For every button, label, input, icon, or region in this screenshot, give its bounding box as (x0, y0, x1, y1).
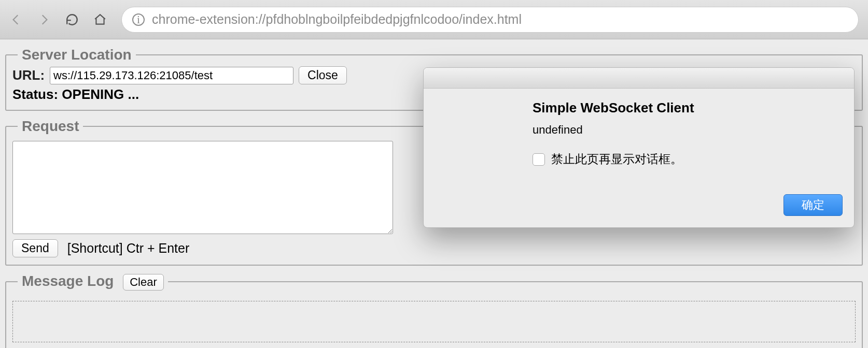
back-icon[interactable] (9, 13, 23, 26)
send-button[interactable]: Send (12, 239, 58, 257)
forward-icon[interactable] (37, 13, 51, 26)
reload-icon[interactable] (65, 13, 79, 26)
dialog-message: undefined (533, 123, 836, 137)
address-bar[interactable]: i chrome-extension://pfdhoblngboilpfeibd… (121, 7, 859, 33)
checkbox-icon[interactable] (533, 153, 545, 166)
request-legend: Request (18, 118, 83, 135)
address-bar-url: chrome-extension://pfdhoblngboilpfeibded… (152, 12, 522, 27)
dialog-title: Simple WebSocket Client (533, 100, 836, 116)
status-value: OPENING ... (62, 86, 139, 102)
message-log-fieldset: Message Log Clear (5, 273, 863, 348)
request-body-textarea[interactable] (12, 141, 393, 234)
shortcut-hint: [Shortcut] Ctr + Enter (67, 241, 190, 256)
message-log-body (12, 301, 856, 342)
message-log-legend-text: Message Log (22, 273, 114, 289)
alert-dialog: Simple WebSocket Client undefined 禁止此页再显… (423, 67, 855, 228)
url-input[interactable] (50, 67, 293, 84)
suppress-dialog-checkbox[interactable]: 禁止此页再显示对话框。 (533, 151, 836, 167)
site-info-icon[interactable]: i (132, 13, 145, 26)
suppress-dialog-label: 禁止此页再显示对话框。 (551, 151, 682, 167)
home-icon[interactable] (93, 13, 107, 26)
status-label: Status: (12, 86, 58, 102)
message-log-legend: Message Log Clear (18, 273, 168, 291)
server-location-legend: Server Location (18, 47, 136, 63)
url-label: URL: (12, 67, 45, 83)
ok-button[interactable]: 确定 (783, 194, 843, 216)
browser-toolbar: i chrome-extension://pfdhoblngboilpfeibd… (0, 0, 868, 39)
close-button[interactable]: Close (299, 66, 347, 84)
clear-button[interactable]: Clear (123, 274, 164, 291)
dialog-titlebar[interactable] (424, 68, 854, 89)
